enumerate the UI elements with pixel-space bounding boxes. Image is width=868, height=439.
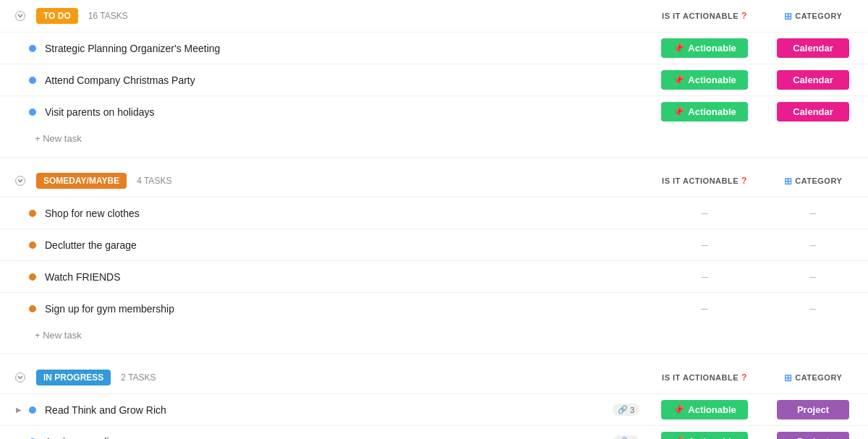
grid-icon: ⊞ xyxy=(784,176,793,187)
cell-category: Project xyxy=(770,432,856,439)
column-headers: IS IT ACTIONABLE ?⊞CATEGORY xyxy=(639,372,856,383)
task-name[interactable]: Sign up for gym membership xyxy=(45,303,639,315)
section-inprogress: IN PROGRESS2 TASKSIS IT ACTIONABLE ?⊞CAT… xyxy=(0,362,868,439)
section-header: IN PROGRESS2 TASKSIS IT ACTIONABLE ?⊞CAT… xyxy=(0,362,868,393)
actionable-badge[interactable]: 📌Actionable xyxy=(661,70,748,90)
task-name[interactable]: Shop for new clothes xyxy=(45,208,639,219)
cell-actionable: – xyxy=(639,239,770,252)
task-name[interactable]: Attend Company Christmas Party xyxy=(45,74,639,86)
question-mark-icon: ? xyxy=(741,11,747,21)
task-count: 4 TASKS xyxy=(137,176,171,186)
category-badge[interactable]: Calendar xyxy=(777,102,849,122)
task-name[interactable]: Strategic Planning Organizer's Meeting xyxy=(45,43,639,54)
task-cells: 📌ActionableProject xyxy=(639,432,856,439)
category-badge[interactable]: Project xyxy=(777,432,849,439)
section-label: IN PROGRESS xyxy=(36,370,111,385)
cell-actionable: 📌Actionable xyxy=(639,102,770,122)
empty-actionable: – xyxy=(702,302,708,315)
actionable-text: Actionable xyxy=(688,74,736,85)
task-row: Visit parents on holidays📌ActionableCale… xyxy=(0,95,868,127)
grid-icon: ⊞ xyxy=(784,11,793,22)
task-cells: –– xyxy=(639,302,856,315)
cell-category: – xyxy=(770,302,856,315)
task-dot xyxy=(29,45,36,52)
is-it-actionable-label: IS IT ACTIONABLE xyxy=(662,12,739,20)
empty-category: – xyxy=(810,302,817,315)
pin-icon: 📌 xyxy=(673,43,684,54)
cell-actionable: 📌Actionable xyxy=(639,38,770,58)
task-dot xyxy=(29,273,36,281)
task-cells: 📌ActionableCalendar xyxy=(639,38,856,58)
task-row: Sign up for gym membership–– xyxy=(0,292,868,324)
cell-category: Project xyxy=(770,400,856,419)
section-collapse-button[interactable] xyxy=(12,369,29,386)
section-collapse-button[interactable] xyxy=(12,7,29,25)
column-header-category: ⊞CATEGORY xyxy=(770,11,856,22)
cell-category: Calendar xyxy=(770,38,856,58)
task-name[interactable]: Read Think and Grow Rich xyxy=(45,404,607,416)
cell-category: – xyxy=(770,239,856,252)
is-it-actionable-label: IS IT ACTIONABLE xyxy=(662,373,739,382)
cell-actionable: – xyxy=(639,207,770,220)
task-expand-button[interactable]: ▶ xyxy=(12,435,26,440)
category-badge[interactable]: Calendar xyxy=(777,70,849,90)
actionable-badge[interactable]: 📌Actionable xyxy=(661,38,748,58)
task-row: ▶Anniversary dinner🔗3📌ActionableProject xyxy=(0,425,868,439)
task-name[interactable]: Declutter the garage xyxy=(45,239,639,251)
task-cells: 📌ActionableCalendar xyxy=(639,102,856,122)
column-header-actionable: IS IT ACTIONABLE ? xyxy=(639,372,770,383)
column-header-category: ⊞CATEGORY xyxy=(770,372,856,383)
category-badge[interactable]: Project xyxy=(777,400,849,419)
subtask-count: 3 xyxy=(630,406,634,414)
task-row: Declutter the garage–– xyxy=(0,229,868,260)
column-header-category: ⊞CATEGORY xyxy=(770,176,856,187)
task-row: Watch FRIENDS–– xyxy=(0,260,868,292)
question-mark-icon: ? xyxy=(741,372,747,383)
task-name[interactable]: Watch FRIENDS xyxy=(45,271,639,283)
section-label: TO DO xyxy=(36,8,78,24)
task-name[interactable]: Anniversary dinner xyxy=(45,436,607,440)
task-dot xyxy=(29,108,36,116)
svg-point-1 xyxy=(16,176,25,186)
subtask-count-badge: 🔗3 xyxy=(613,404,639,416)
cell-actionable: 📌Actionable xyxy=(639,70,770,90)
empty-actionable: – xyxy=(702,270,708,284)
new-task-button[interactable]: + New task xyxy=(0,127,93,150)
task-row: ▶Read Think and Grow Rich🔗3📌ActionablePr… xyxy=(0,393,868,425)
category-label: CATEGORY xyxy=(795,12,842,20)
actionable-badge[interactable]: 📌Actionable xyxy=(661,102,748,122)
actionable-text: Actionable xyxy=(688,436,736,439)
task-name[interactable]: Visit parents on holidays xyxy=(45,106,639,118)
task-dot xyxy=(29,242,36,249)
task-dot xyxy=(29,210,36,217)
subtask-icon: 🔗 xyxy=(618,405,628,414)
task-expand-button[interactable]: ▶ xyxy=(12,403,26,417)
actionable-text: Actionable xyxy=(688,106,736,117)
task-row: Shop for new clothes–– xyxy=(0,197,868,229)
section-header: SOMEDAY/MAYBE4 TASKSIS IT ACTIONABLE ?⊞C… xyxy=(0,165,868,197)
cell-actionable: – xyxy=(639,270,770,284)
section-collapse-button[interactable] xyxy=(12,172,29,189)
cell-actionable: 📌Actionable xyxy=(639,432,770,439)
category-badge[interactable]: Calendar xyxy=(777,38,849,58)
pin-icon: 📌 xyxy=(673,74,684,85)
column-header-actionable: IS IT ACTIONABLE ? xyxy=(639,11,770,22)
is-it-actionable-label: IS IT ACTIONABLE xyxy=(662,176,739,185)
task-row: Attend Company Christmas Party📌Actionabl… xyxy=(0,64,868,95)
category-label: CATEGORY xyxy=(795,176,842,185)
actionable-text: Actionable xyxy=(688,404,736,415)
cell-category: – xyxy=(770,207,856,220)
question-mark-icon: ? xyxy=(741,176,747,186)
section-someday: SOMEDAY/MAYBE4 TASKSIS IT ACTIONABLE ?⊞C… xyxy=(0,165,868,354)
task-count: 2 TASKS xyxy=(121,372,156,383)
task-dot xyxy=(29,406,36,414)
actionable-badge[interactable]: 📌Actionable xyxy=(661,432,748,439)
task-cells: –– xyxy=(639,270,856,284)
empty-category: – xyxy=(810,239,817,252)
task-cells: 📌ActionableCalendar xyxy=(639,70,856,90)
actionable-badge[interactable]: 📌Actionable xyxy=(661,400,748,419)
section-todo: TO DO16 TASKSIS IT ACTIONABLE ?⊞CATEGORY… xyxy=(0,0,868,158)
new-task-button[interactable]: + New task xyxy=(0,324,93,346)
column-headers: IS IT ACTIONABLE ?⊞CATEGORY xyxy=(639,176,856,187)
subtask-count-badge: 🔗3 xyxy=(613,435,639,439)
